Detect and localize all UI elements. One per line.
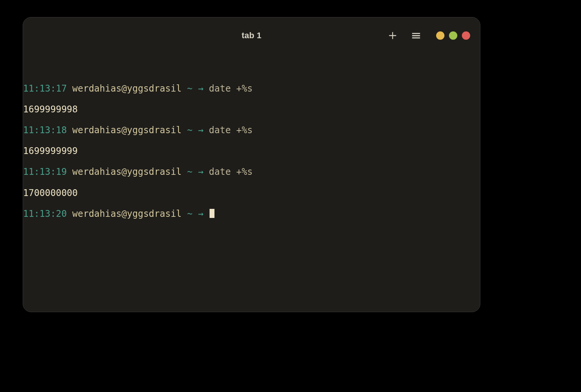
terminal-content[interactable]: 11:13:17 werdahias@yggsdrasil ~ → date +… (23, 53, 480, 240)
prompt-clock: 11:13:18 (23, 125, 67, 135)
prompt-dir: ~ (187, 125, 192, 135)
output-line: 1699999999 (23, 146, 480, 157)
output-line: 1700000000 (23, 188, 480, 199)
header-bar: tab 1 (23, 17, 480, 53)
command-text: date +%s (209, 83, 253, 94)
traffic-lights (436, 31, 470, 40)
prompt-userhost: werdahias@yggsdrasil (72, 125, 182, 135)
prompt-line: 11:13:19 werdahias@yggsdrasil ~ → date +… (23, 167, 480, 177)
tab-title[interactable]: tab 1 (242, 31, 261, 40)
plus-icon (387, 30, 398, 41)
cursor-block (210, 209, 214, 218)
prompt-line: 11:13:17 werdahias@yggsdrasil ~ → date +… (23, 84, 480, 94)
prompt-line: 11:13:18 werdahias@yggsdrasil ~ → date +… (23, 125, 480, 136)
minimize-button[interactable] (436, 31, 444, 40)
prompt-arrow: → (198, 125, 203, 135)
window-controls (386, 17, 470, 53)
command-text: date +%s (209, 125, 253, 135)
close-button[interactable] (462, 31, 470, 40)
maximize-button[interactable] (449, 31, 457, 40)
prompt-dir: ~ (187, 208, 192, 219)
prompt-clock: 11:13:19 (23, 166, 67, 177)
prompt-arrow: → (198, 166, 203, 177)
prompt-line-active[interactable]: 11:13:20 werdahias@yggsdrasil ~ → (23, 209, 480, 219)
command-text: date +%s (209, 166, 253, 177)
prompt-userhost: werdahias@yggsdrasil (72, 166, 182, 177)
prompt-clock: 11:13:20 (23, 208, 67, 219)
menu-button[interactable] (410, 29, 423, 42)
new-tab-button[interactable] (386, 29, 399, 42)
terminal-window: tab 1 11:13:17 werdahias@yggsdrasil ~ → … (23, 17, 480, 312)
prompt-dir: ~ (187, 83, 192, 94)
hamburger-icon (411, 30, 421, 41)
prompt-userhost: werdahias@yggsdrasil (72, 83, 182, 94)
output-line: 1699999998 (23, 104, 480, 115)
prompt-userhost: werdahias@yggsdrasil (72, 208, 182, 219)
prompt-dir: ~ (187, 166, 192, 177)
prompt-arrow: → (198, 83, 203, 94)
prompt-clock: 11:13:17 (23, 83, 67, 94)
prompt-arrow: → (198, 208, 203, 219)
